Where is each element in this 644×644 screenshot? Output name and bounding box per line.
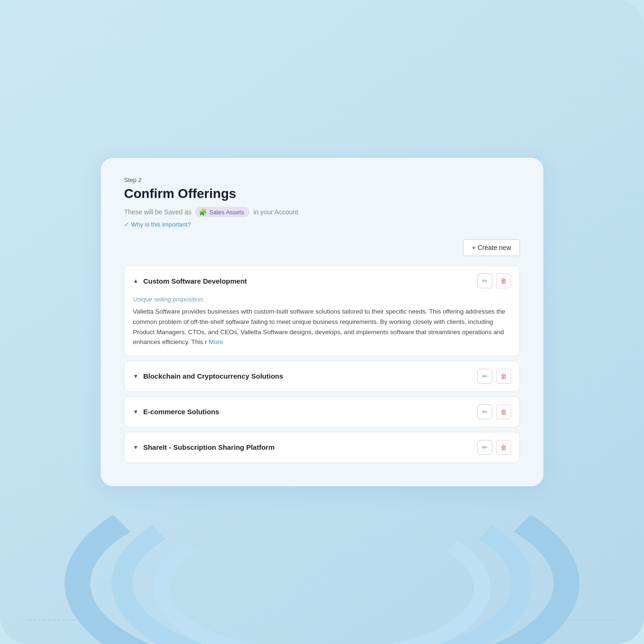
dots-left-decoration [28,620,75,621]
offering-name-2: Blockchain and Cryptocurrency Solutions [143,372,283,380]
delete-button-4[interactable]: 🗑 [496,440,511,455]
chevron-up-icon-1: ▲ [133,278,139,284]
toolbar: + Create new [124,239,520,256]
offering-name-1: Custom Software Development [143,277,247,285]
main-card: Step 2 Confirm Offerings These will be S… [100,157,544,487]
delete-button-3[interactable]: 🗑 [496,404,511,419]
offering-actions-2: ✏ 🗑 [477,369,511,384]
offering-actions-1: ✏ 🗑 [477,273,511,288]
sales-assets-badge: 🧩 Sales Assets [195,207,249,217]
subtitle-prefix: These will be Saved as [124,208,191,216]
outer-container: Step 2 Confirm Offerings These will be S… [0,0,644,644]
offering-body-1: Unique selling proposition: Valletta Sof… [124,296,520,355]
why-important-link[interactable]: ✓ Why is this important? [124,221,520,228]
offering-title-row-4: ▼ ShareIt - Subscription Sharing Platfor… [133,443,275,451]
edit-button-3[interactable]: ✏ [477,404,492,419]
subtitle: These will be Saved as 🧩 Sales Assets in… [124,207,520,217]
chevron-down-icon-2: ▼ [133,373,139,380]
offering-header-1: ▲ Custom Software Development ✏ 🗑 [124,266,520,296]
badge-icon: 🧩 [199,208,207,216]
offering-name-4: ShareIt - Subscription Sharing Platform [143,443,275,451]
offering-item-3: ▼ E-commerce Solutions ✏ 🗑 [124,396,520,427]
offering-header-3: ▼ E-commerce Solutions ✏ 🗑 [124,397,520,427]
offering-title-row-2: ▼ Blockchain and Cryptocurrency Solution… [133,372,283,380]
offering-item-4: ▼ ShareIt - Subscription Sharing Platfor… [124,432,520,463]
edit-button-2[interactable]: ✏ [477,369,492,384]
offerings-list: ▲ Custom Software Development ✏ 🗑 Unique… [124,265,520,462]
offering-title-row-3: ▼ E-commerce Solutions [133,408,219,416]
badge-label: Sales Assets [209,209,244,216]
page-title: Confirm Offerings [124,186,520,201]
more-link-1[interactable]: More [209,338,223,345]
delete-button-2[interactable]: 🗑 [496,369,511,384]
chevron-down-icon-4: ▼ [133,444,139,451]
offering-description-1: Valletta Software provides businesses wi… [133,307,511,347]
delete-button-1[interactable]: 🗑 [496,273,511,288]
edit-button-4[interactable]: ✏ [477,440,492,455]
offering-header-4: ▼ ShareIt - Subscription Sharing Platfor… [124,432,520,462]
offering-title-row-1: ▲ Custom Software Development [133,277,247,285]
dots-right-decoration [569,620,616,621]
step-label: Step 2 [124,176,520,183]
offering-header-2: ▼ Blockchain and Cryptocurrency Solution… [124,361,520,391]
subtitle-suffix: in your Account [253,208,298,216]
offering-name-3: E-commerce Solutions [143,408,220,416]
chevron-down-icon-3: ▼ [133,409,139,415]
offering-item-1: ▲ Custom Software Development ✏ 🗑 Unique… [124,265,520,356]
offering-actions-3: ✏ 🗑 [477,404,511,419]
usp-label-1: Unique selling proposition: [133,296,511,303]
edit-button-1[interactable]: ✏ [477,273,492,288]
chevron-down-icon: ✓ [124,221,129,228]
why-important-text: Why is this important? [131,221,191,228]
create-new-button[interactable]: + Create new [463,239,520,256]
offering-item-2: ▼ Blockchain and Cryptocurrency Solution… [124,361,520,392]
offering-actions-4: ✏ 🗑 [477,440,511,455]
